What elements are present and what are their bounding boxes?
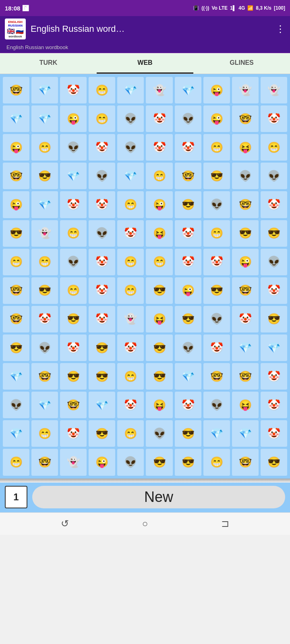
emoji-cell[interactable]: 😁 (88, 105, 116, 132)
emoji-cell[interactable]: 😁 (203, 448, 230, 476)
emoji-cell[interactable]: 💎 (2, 105, 30, 132)
emoji-cell[interactable]: 😁 (88, 76, 116, 104)
emoji-cell[interactable]: 🤡 (145, 134, 173, 161)
emoji-cell[interactable]: 👽 (203, 191, 230, 218)
tab-glines[interactable]: GLINES (193, 53, 290, 74)
emoji-cell[interactable]: 🤓 (2, 305, 30, 333)
emoji-cell[interactable]: 😎 (174, 191, 202, 218)
emoji-cell[interactable]: 😁 (145, 162, 173, 190)
emoji-cell[interactable]: 😁 (117, 248, 144, 276)
emoji-cell[interactable]: 😁 (145, 248, 173, 276)
emoji-cell[interactable]: 👽 (60, 134, 87, 161)
emoji-cell[interactable]: 🤓 (2, 162, 30, 190)
emoji-cell[interactable]: 🤡 (174, 134, 202, 161)
emoji-cell[interactable]: 🤓 (2, 76, 30, 104)
emoji-cell[interactable]: 😜 (232, 248, 259, 276)
emoji-cell[interactable]: 🤡 (174, 248, 202, 276)
emoji-cell[interactable]: 😁 (2, 448, 30, 476)
emoji-cell[interactable]: 😎 (174, 448, 202, 476)
emoji-cell[interactable]: 😁 (117, 420, 144, 447)
emoji-cell[interactable]: 😁 (31, 248, 58, 276)
emoji-cell[interactable]: 👻 (232, 76, 259, 104)
emoji-cell[interactable]: 😜 (203, 76, 230, 104)
emoji-cell[interactable]: 😎 (260, 305, 288, 333)
emoji-cell[interactable]: 🤡 (88, 134, 116, 161)
emoji-cell[interactable]: 🤓 (232, 105, 259, 132)
emoji-cell[interactable]: 😝 (145, 391, 173, 419)
emoji-cell[interactable]: 💎 (31, 76, 58, 104)
emoji-cell[interactable]: 💎 (117, 162, 144, 190)
emoji-cell[interactable]: 🤡 (88, 277, 116, 304)
emoji-cell[interactable]: 💎 (31, 191, 58, 218)
emoji-cell[interactable]: 👽 (31, 334, 58, 361)
emoji-cell[interactable]: 🤡 (260, 420, 288, 447)
emoji-cell[interactable]: 💎 (174, 363, 202, 390)
emoji-cell[interactable]: 😜 (88, 448, 116, 476)
emoji-cell[interactable]: 👽 (2, 391, 30, 419)
emoji-cell[interactable]: 🤡 (174, 391, 202, 419)
emoji-cell[interactable]: 😝 (232, 134, 259, 161)
emoji-cell[interactable]: 🤓 (232, 363, 259, 390)
emoji-cell[interactable]: 😁 (260, 134, 288, 161)
emoji-cell[interactable]: 👽 (117, 105, 144, 132)
emoji-cell[interactable]: 🤓 (31, 363, 58, 390)
emoji-cell[interactable]: 🤓 (203, 363, 230, 390)
emoji-cell[interactable]: 😁 (203, 220, 230, 247)
emoji-cell[interactable]: 😝 (145, 220, 173, 247)
tab-turk[interactable]: TURK (0, 53, 97, 74)
app-menu-button[interactable]: ⋮ (276, 23, 285, 35)
emoji-cell[interactable]: 😜 (203, 105, 230, 132)
emoji-cell[interactable]: 🤡 (232, 305, 259, 333)
emoji-cell[interactable]: 😁 (117, 191, 144, 218)
emoji-cell[interactable]: 👻 (117, 305, 144, 333)
emoji-cell[interactable]: 👻 (31, 220, 58, 247)
emoji-cell[interactable]: 🤡 (60, 191, 87, 218)
emoji-cell[interactable]: 🤡 (260, 277, 288, 304)
emoji-cell[interactable]: 👻 (60, 448, 87, 476)
emoji-cell[interactable]: 😎 (203, 277, 230, 304)
emoji-cell[interactable]: 😁 (60, 220, 87, 247)
emoji-cell[interactable]: 🤡 (88, 191, 116, 218)
emoji-cell[interactable]: 🤡 (60, 76, 87, 104)
nav-recent-icon[interactable]: ⊐ (221, 518, 229, 529)
tab-web[interactable]: WEB (97, 53, 193, 74)
emoji-cell[interactable]: 😜 (60, 105, 87, 132)
emoji-cell[interactable]: 💎 (31, 391, 58, 419)
emoji-cell[interactable]: 😁 (117, 363, 144, 390)
emoji-cell[interactable]: 🤡 (117, 220, 144, 247)
emoji-cell[interactable]: 😎 (145, 334, 173, 361)
emoji-cell[interactable]: 😎 (31, 162, 58, 190)
emoji-cell[interactable]: 😎 (31, 277, 58, 304)
emoji-cell[interactable]: 😎 (60, 305, 87, 333)
emoji-cell[interactable]: 💎 (2, 420, 30, 447)
emoji-cell[interactable]: 🤓 (174, 162, 202, 190)
emoji-cell[interactable]: 👽 (88, 220, 116, 247)
emoji-cell[interactable]: 🤡 (203, 248, 230, 276)
emoji-cell[interactable]: 😜 (2, 191, 30, 218)
emoji-cell[interactable]: 💎 (232, 334, 259, 361)
emoji-cell[interactable]: 👽 (203, 391, 230, 419)
emoji-cell[interactable]: 💎 (2, 363, 30, 390)
emoji-cell[interactable]: 👻 (145, 76, 173, 104)
emoji-cell[interactable]: 😎 (88, 334, 116, 361)
emoji-cell[interactable]: 👽 (117, 448, 144, 476)
emoji-cell[interactable]: 💎 (60, 162, 87, 190)
emoji-cell[interactable]: 🤓 (31, 448, 58, 476)
emoji-cell[interactable]: 👽 (203, 305, 230, 333)
emoji-cell[interactable]: 😎 (232, 220, 259, 247)
emoji-cell[interactable]: 🤡 (88, 305, 116, 333)
emoji-cell[interactable]: 😁 (31, 134, 58, 161)
emoji-cell[interactable]: 🤡 (260, 391, 288, 419)
emoji-cell[interactable]: 💎 (232, 420, 259, 447)
emoji-cell[interactable]: 🤡 (88, 248, 116, 276)
emoji-cell[interactable]: 🤡 (60, 334, 87, 361)
emoji-cell[interactable]: 🤡 (260, 105, 288, 132)
emoji-cell[interactable]: 😎 (2, 220, 30, 247)
emoji-cell[interactable]: 😎 (145, 448, 173, 476)
emoji-cell[interactable]: 👽 (145, 420, 173, 447)
emoji-cell[interactable]: 👻 (260, 76, 288, 104)
emoji-cell[interactable]: 👽 (174, 334, 202, 361)
emoji-cell[interactable]: 😝 (145, 305, 173, 333)
emoji-cell[interactable]: 🤓 (232, 277, 259, 304)
emoji-cell[interactable]: 💎 (174, 76, 202, 104)
